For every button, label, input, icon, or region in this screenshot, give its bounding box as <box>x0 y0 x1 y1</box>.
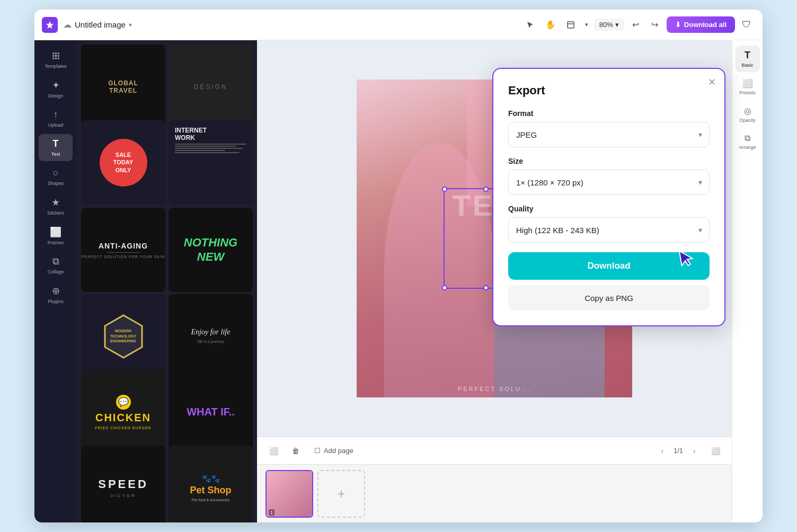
size-field: Size 1× (1280 × 720 px) 2× (2560 × 1440 … <box>508 157 710 195</box>
template-chicken[interactable]: 💬 CHICKEN FRIED CHICKEN BURGER <box>81 370 165 454</box>
bottom-bar: ⬜ 🗑 ☐ Add page ‹ 1/1 › ⬜ <box>257 437 732 464</box>
template-label: NOTHINGNEW <box>184 236 237 264</box>
template-label: Enjoy for lifelife is a journey <box>191 328 231 345</box>
template-nothing-new[interactable]: NOTHINGNEW <box>169 208 253 292</box>
template-enjoy-life[interactable]: Enjoy for lifelife is a journey <box>169 294 253 378</box>
sidebar-item-templates[interactable]: ⊞ Templates <box>39 46 73 73</box>
copy-png-button[interactable]: Copy as PNG <box>508 285 710 311</box>
select-tool-button[interactable] <box>522 16 539 33</box>
export-modal: ✕ Export Format JPEG PNG PDF SVG WebP Si… <box>492 68 725 326</box>
chicken-emoji: 💬 <box>116 395 131 410</box>
add-page-thumbnail-button[interactable]: + <box>317 470 365 518</box>
quality-field: Quality Low (50 KB - 80 KB) Medium (80 K… <box>508 205 710 243</box>
template-label: MODERNTECHNOLOGYENGINEERING <box>110 329 136 344</box>
template-label: Pet Shop <box>190 485 231 496</box>
thumbnail-number: 1 <box>269 509 274 516</box>
right-panel-arrange[interactable]: ⧉ Arrange <box>736 129 760 154</box>
copy-png-label: Copy as PNG <box>585 294 633 303</box>
page-options-button[interactable]: ⬜ <box>265 443 281 459</box>
title-chevron-icon: ▾ <box>129 21 132 29</box>
size-select[interactable]: 1× (1280 × 720 px) 2× (2560 × 1440 px) C… <box>508 170 710 195</box>
template-subtitle: PERFECT SOLUTION FOR YOUR SKIN <box>82 255 165 259</box>
collage-icon: ⧉ <box>52 256 59 267</box>
sidebar-item-stickers[interactable]: ★ Stickers <box>39 192 73 220</box>
quality-select-wrapper: Low (50 KB - 80 KB) Medium (80 KB - 120 … <box>508 217 710 243</box>
template-anti-aging[interactable]: ANTI-AGING PERFECT SOLUTION FOR YOUR SKI… <box>81 208 165 292</box>
modal-close-button[interactable]: ✕ <box>708 76 716 88</box>
sidebar-item-design[interactable]: ✦ Design <box>39 75 73 103</box>
template-global-travel[interactable]: GLOBALTRAVEL <box>81 45 165 129</box>
sale-line2: TODAY <box>113 158 133 166</box>
upload-icon: ↑ <box>54 109 58 120</box>
quality-select[interactable]: Low (50 KB - 80 KB) Medium (80 KB - 120 … <box>508 217 710 243</box>
sidebar-item-upload[interactable]: ↑ Upload <box>39 105 73 132</box>
zoom-control[interactable]: 80% ▾ <box>594 19 624 31</box>
template-label: WHAT IF.. <box>187 406 235 418</box>
next-page-button[interactable]: › <box>687 444 701 458</box>
plus-icon: + <box>338 486 345 501</box>
prev-page-button[interactable]: ‹ <box>656 444 669 458</box>
app-logo <box>42 17 58 33</box>
size-label: Size <box>508 157 710 165</box>
delete-page-button[interactable]: 🗑 <box>288 443 304 459</box>
template-design[interactable]: DESIGN <box>169 45 253 129</box>
sidebar-item-frames[interactable]: ⬜ Frames <box>39 222 73 250</box>
template-label: INTERNETWORK <box>175 127 207 141</box>
size-select-wrapper: 1× (1280 × 720 px) 2× (2560 × 1440 px) C… <box>508 170 710 195</box>
template-subtitle: FRIED CHICKEN BURGER <box>95 426 151 430</box>
redo-button[interactable]: ↪ <box>647 16 663 33</box>
template-speed[interactable]: SPEED VICTOR <box>81 446 165 522</box>
template-pet-shop[interactable]: 🐾🐾 Pet Shop Pet food & Accessories <box>169 446 253 522</box>
sale-circle: SALE TODAY ONLY <box>100 139 147 187</box>
frame-chevron-button[interactable]: ▾ <box>582 16 591 33</box>
sidebar-item-shapes[interactable]: ○ Shapes <box>39 163 73 190</box>
present-button[interactable]: ⬜ <box>707 443 723 459</box>
right-panel-presets[interactable]: ⬜ Presets <box>736 74 760 100</box>
basic-icon: T <box>745 50 750 61</box>
left-sidebar: ⊞ Templates ✦ Design ↑ Upload T Text ○ S… <box>34 40 77 522</box>
template-label: GLOBALTRAVEL <box>104 75 143 99</box>
sidebar-item-label: Templates <box>45 64 66 69</box>
template-label: SPEED <box>98 477 148 491</box>
download-all-button[interactable]: ⬇ Download all <box>667 16 735 33</box>
download-all-label: Download all <box>684 21 727 29</box>
sidebar-item-label: Plugins <box>48 299 64 304</box>
sidebar-item-plugins[interactable]: ⊕ Plugins <box>39 281 73 308</box>
download-label: Download <box>587 261 630 271</box>
hand-tool-button[interactable]: ✋ <box>542 16 559 33</box>
sidebar-item-label: Text <box>51 152 60 157</box>
toolbar: ☁ Untitled image ▾ ✋ ▾ 80% ▾ <box>34 10 763 40</box>
sidebar-item-label: Stickers <box>47 210 64 216</box>
undo-button[interactable]: ↩ <box>627 16 644 33</box>
right-panel-basic[interactable]: T Basic <box>736 46 760 72</box>
add-page-icon: ☐ <box>314 447 321 455</box>
toolbar-tools: ✋ ▾ 80% ▾ ↩ ↪ ⬇ Download all 🛡 <box>522 16 755 33</box>
right-panel-label: Arrange <box>739 145 756 150</box>
templates-panel: GLOBALTRAVEL DESIGN SALE TODAY ONLY INTE… <box>77 40 257 522</box>
right-panel-label: Opacity <box>739 118 756 123</box>
sidebar-item-text[interactable]: T Text <box>39 134 73 161</box>
sidebar-item-label: Design <box>48 93 63 99</box>
add-page-button[interactable]: ☐ Add page <box>310 445 358 457</box>
templates-icon: ⊞ <box>52 50 60 61</box>
shield-button[interactable]: 🛡 <box>738 16 755 33</box>
template-modern-tech[interactable]: MODERNTECHNOLOGYENGINEERING <box>81 294 165 378</box>
right-panel-opacity[interactable]: ◎ Opacity <box>736 102 760 127</box>
plugins-icon: ⊕ <box>52 285 60 297</box>
page-indicator: 1/1 <box>674 447 683 455</box>
thumbnail-1[interactable]: 1 <box>265 470 313 518</box>
sidebar-item-collage[interactable]: ⧉ Collage <box>39 252 73 279</box>
svg-rect-0 <box>568 22 574 28</box>
format-select[interactable]: JPEG PNG PDF SVG WebP <box>508 122 710 147</box>
template-what-if[interactable]: WHAT IF.. <box>169 370 253 454</box>
right-panel-label: Presets <box>739 90 756 95</box>
download-all-icon: ⬇ <box>675 21 681 29</box>
download-button[interactable]: Download <box>508 252 710 280</box>
frame-tool-button[interactable] <box>562 16 579 33</box>
toolbar-title-group[interactable]: ☁ Untitled image ▾ <box>63 20 132 30</box>
template-sale-today[interactable]: SALE TODAY ONLY <box>81 120 165 205</box>
cloud-icon: ☁ <box>63 20 72 30</box>
frames-icon: ⬜ <box>50 226 61 238</box>
template-internet-work[interactable]: INTERNETWORK <box>169 120 253 205</box>
template-subtitle: VICTOR <box>110 493 136 498</box>
